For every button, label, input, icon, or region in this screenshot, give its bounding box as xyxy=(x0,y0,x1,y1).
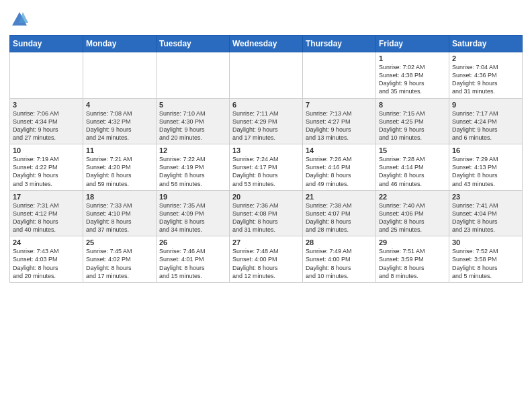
day-cell: 16Sunrise: 7:29 AM Sunset: 4:13 PM Dayli… xyxy=(449,144,523,191)
day-cell: 21Sunrise: 7:38 AM Sunset: 4:07 PM Dayli… xyxy=(303,190,376,236)
week-row-5: 24Sunrise: 7:43 AM Sunset: 4:03 PM Dayli… xyxy=(10,236,523,283)
day-number: 30 xyxy=(452,238,519,246)
day-number: 12 xyxy=(159,146,226,154)
day-number: 4 xyxy=(86,101,153,109)
day-cell: 17Sunrise: 7:31 AM Sunset: 4:12 PM Dayli… xyxy=(10,190,83,236)
day-number: 23 xyxy=(452,193,519,201)
day-number: 13 xyxy=(232,146,300,154)
day-info: Sunrise: 7:49 AM Sunset: 4:00 PM Dayligh… xyxy=(306,247,373,280)
day-number: 24 xyxy=(13,238,80,246)
day-info: Sunrise: 7:26 AM Sunset: 4:16 PM Dayligh… xyxy=(306,155,373,188)
day-number: 2 xyxy=(452,54,519,62)
col-header-sunday: Sunday xyxy=(10,36,83,52)
day-info: Sunrise: 7:10 AM Sunset: 4:30 PM Dayligh… xyxy=(159,109,226,142)
day-info: Sunrise: 7:22 AM Sunset: 4:19 PM Dayligh… xyxy=(159,155,226,188)
day-cell: 15Sunrise: 7:28 AM Sunset: 4:14 PM Dayli… xyxy=(376,144,449,191)
day-number: 19 xyxy=(159,193,226,201)
day-number: 16 xyxy=(452,146,519,154)
col-header-saturday: Saturday xyxy=(449,36,523,52)
day-info: Sunrise: 7:36 AM Sunset: 4:08 PM Dayligh… xyxy=(232,201,300,234)
day-number: 6 xyxy=(232,101,300,109)
col-header-thursday: Thursday xyxy=(303,36,376,52)
day-number: 15 xyxy=(379,146,446,154)
week-row-1: 1Sunrise: 7:02 AM Sunset: 4:38 PM Daylig… xyxy=(10,52,523,99)
day-info: Sunrise: 7:17 AM Sunset: 4:24 PM Dayligh… xyxy=(452,109,519,142)
week-row-2: 3Sunrise: 7:06 AM Sunset: 4:34 PM Daylig… xyxy=(10,98,523,144)
day-number: 11 xyxy=(86,146,153,154)
day-cell: 6Sunrise: 7:11 AM Sunset: 4:29 PM Daylig… xyxy=(230,98,303,144)
day-info: Sunrise: 7:04 AM Sunset: 4:36 PM Dayligh… xyxy=(452,63,519,96)
day-cell xyxy=(10,52,83,99)
day-info: Sunrise: 7:28 AM Sunset: 4:14 PM Dayligh… xyxy=(379,155,446,188)
day-cell: 10Sunrise: 7:19 AM Sunset: 4:22 PM Dayli… xyxy=(10,144,83,191)
day-cell: 23Sunrise: 7:41 AM Sunset: 4:04 PM Dayli… xyxy=(449,190,523,236)
day-number: 10 xyxy=(13,146,80,154)
day-cell: 29Sunrise: 7:51 AM Sunset: 3:59 PM Dayli… xyxy=(376,236,449,283)
day-cell: 14Sunrise: 7:26 AM Sunset: 4:16 PM Dayli… xyxy=(303,144,376,191)
day-cell xyxy=(230,52,303,99)
day-number: 18 xyxy=(86,193,153,201)
day-info: Sunrise: 7:06 AM Sunset: 4:34 PM Dayligh… xyxy=(13,109,80,142)
day-cell: 28Sunrise: 7:49 AM Sunset: 4:00 PM Dayli… xyxy=(303,236,376,283)
day-cell: 22Sunrise: 7:40 AM Sunset: 4:06 PM Dayli… xyxy=(376,190,449,236)
day-info: Sunrise: 7:43 AM Sunset: 4:03 PM Dayligh… xyxy=(13,247,80,280)
day-info: Sunrise: 7:38 AM Sunset: 4:07 PM Dayligh… xyxy=(306,201,373,234)
day-cell: 30Sunrise: 7:52 AM Sunset: 3:58 PM Dayli… xyxy=(449,236,523,283)
page: SundayMondayTuesdayWednesdayThursdayFrid… xyxy=(0,0,532,411)
calendar: SundayMondayTuesdayWednesdayThursdayFrid… xyxy=(9,35,523,283)
col-header-friday: Friday xyxy=(376,36,449,52)
day-info: Sunrise: 7:13 AM Sunset: 4:27 PM Dayligh… xyxy=(306,109,373,142)
day-cell xyxy=(303,52,376,99)
day-info: Sunrise: 7:15 AM Sunset: 4:25 PM Dayligh… xyxy=(379,109,446,142)
day-number: 9 xyxy=(452,101,519,109)
day-info: Sunrise: 7:51 AM Sunset: 3:59 PM Dayligh… xyxy=(379,247,446,280)
day-cell: 7Sunrise: 7:13 AM Sunset: 4:27 PM Daylig… xyxy=(303,98,376,144)
day-info: Sunrise: 7:46 AM Sunset: 4:01 PM Dayligh… xyxy=(159,247,226,280)
day-cell: 5Sunrise: 7:10 AM Sunset: 4:30 PM Daylig… xyxy=(157,98,230,144)
day-info: Sunrise: 7:29 AM Sunset: 4:13 PM Dayligh… xyxy=(452,155,519,188)
day-number: 8 xyxy=(379,101,446,109)
day-cell: 18Sunrise: 7:33 AM Sunset: 4:10 PM Dayli… xyxy=(83,190,157,236)
day-number: 20 xyxy=(232,193,300,201)
col-header-monday: Monday xyxy=(83,36,157,52)
day-number: 5 xyxy=(159,101,226,109)
day-number: 14 xyxy=(306,146,373,154)
day-cell xyxy=(157,52,230,99)
logo-icon xyxy=(9,9,30,30)
day-cell: 26Sunrise: 7:46 AM Sunset: 4:01 PM Dayli… xyxy=(157,236,230,283)
day-number: 25 xyxy=(86,238,153,246)
day-info: Sunrise: 7:02 AM Sunset: 4:38 PM Dayligh… xyxy=(379,63,446,96)
day-cell: 9Sunrise: 7:17 AM Sunset: 4:24 PM Daylig… xyxy=(449,98,523,144)
day-cell: 4Sunrise: 7:08 AM Sunset: 4:32 PM Daylig… xyxy=(83,98,157,144)
day-cell: 1Sunrise: 7:02 AM Sunset: 4:38 PM Daylig… xyxy=(376,52,449,99)
calendar-header-row: SundayMondayTuesdayWednesdayThursdayFrid… xyxy=(10,36,523,52)
col-header-wednesday: Wednesday xyxy=(230,36,303,52)
day-number: 21 xyxy=(306,193,373,201)
day-number: 29 xyxy=(379,238,446,246)
day-cell: 12Sunrise: 7:22 AM Sunset: 4:19 PM Dayli… xyxy=(157,144,230,191)
day-cell: 25Sunrise: 7:45 AM Sunset: 4:02 PM Dayli… xyxy=(83,236,157,283)
day-info: Sunrise: 7:33 AM Sunset: 4:10 PM Dayligh… xyxy=(86,201,153,234)
week-row-3: 10Sunrise: 7:19 AM Sunset: 4:22 PM Dayli… xyxy=(10,144,523,191)
day-info: Sunrise: 7:21 AM Sunset: 4:20 PM Dayligh… xyxy=(86,155,153,188)
col-header-tuesday: Tuesday xyxy=(157,36,230,52)
day-info: Sunrise: 7:24 AM Sunset: 4:17 PM Dayligh… xyxy=(232,155,300,188)
day-number: 28 xyxy=(306,238,373,246)
day-cell: 19Sunrise: 7:35 AM Sunset: 4:09 PM Dayli… xyxy=(157,190,230,236)
day-cell: 20Sunrise: 7:36 AM Sunset: 4:08 PM Dayli… xyxy=(230,190,303,236)
day-info: Sunrise: 7:08 AM Sunset: 4:32 PM Dayligh… xyxy=(86,109,153,142)
day-cell: 27Sunrise: 7:48 AM Sunset: 4:00 PM Dayli… xyxy=(230,236,303,283)
day-cell: 3Sunrise: 7:06 AM Sunset: 4:34 PM Daylig… xyxy=(10,98,83,144)
day-info: Sunrise: 7:45 AM Sunset: 4:02 PM Dayligh… xyxy=(86,247,153,280)
week-row-4: 17Sunrise: 7:31 AM Sunset: 4:12 PM Dayli… xyxy=(10,190,523,236)
day-info: Sunrise: 7:40 AM Sunset: 4:06 PM Dayligh… xyxy=(379,201,446,234)
day-info: Sunrise: 7:41 AM Sunset: 4:04 PM Dayligh… xyxy=(452,201,519,234)
day-cell: 11Sunrise: 7:21 AM Sunset: 4:20 PM Dayli… xyxy=(83,144,157,191)
day-number: 27 xyxy=(232,238,300,246)
day-cell: 2Sunrise: 7:04 AM Sunset: 4:36 PM Daylig… xyxy=(449,52,523,99)
logo xyxy=(9,9,32,30)
day-number: 22 xyxy=(379,193,446,201)
day-cell: 13Sunrise: 7:24 AM Sunset: 4:17 PM Dayli… xyxy=(230,144,303,191)
day-info: Sunrise: 7:48 AM Sunset: 4:00 PM Dayligh… xyxy=(232,247,300,280)
day-cell xyxy=(83,52,157,99)
